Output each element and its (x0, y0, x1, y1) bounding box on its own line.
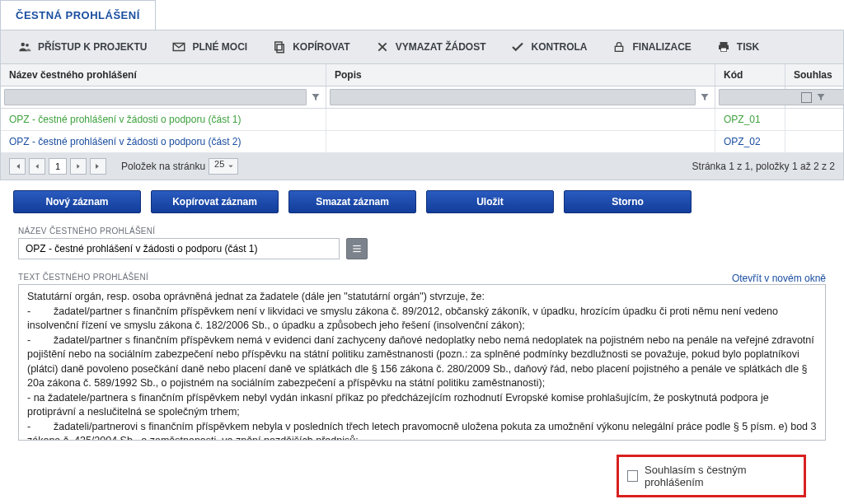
col-header-name[interactable]: Název čestného prohlášení (1, 64, 326, 86)
table-row[interactable]: OPZ - čestné prohlášení v žádosti o podp… (1, 131, 843, 153)
filter-souhlas-checkbox[interactable] (801, 92, 812, 103)
tab-title: ČESTNÁ PROHLÁŠENÍ (0, 0, 156, 30)
cell-popis (326, 109, 715, 130)
toolbar-copy[interactable]: KOPÍROVAT (260, 35, 362, 59)
mail-icon (171, 40, 186, 54)
agree-label: Souhlasím s čestným prohlášením (645, 464, 795, 488)
agree-checkbox[interactable] (627, 470, 638, 482)
delete-record-button[interactable]: Smazat záznam (288, 190, 416, 213)
lock-icon (612, 40, 626, 54)
svg-rect-7 (353, 248, 360, 249)
svg-rect-8 (353, 251, 360, 252)
toolbar-delete-request[interactable]: VYMAZAT ŽÁDOST (363, 35, 498, 59)
declaration-text-area[interactable] (18, 284, 826, 441)
toolbar-label: PŘÍSTUP K PROJEKTU (38, 41, 147, 53)
toolbar-project-access[interactable]: PŘÍSTUP K PROJEKTU (6, 35, 158, 59)
filter-popis-input[interactable] (330, 89, 696, 105)
cell-popis (326, 131, 715, 152)
pager-first-button[interactable] (9, 158, 26, 175)
filter-icon[interactable] (814, 91, 828, 104)
svg-rect-5 (721, 49, 726, 52)
cell-name: OPZ - čestné prohlášení v žádosti o podp… (1, 109, 326, 130)
toolbar-finalize[interactable]: FINALIZACE (600, 35, 702, 59)
list-picker-button[interactable] (346, 238, 368, 259)
toolbar-label: VYMAZAT ŽÁDOST (396, 41, 486, 53)
cell-kod: OPZ_01 (715, 109, 785, 130)
pager-last-button[interactable] (90, 158, 106, 175)
copy-icon (272, 40, 287, 54)
x-icon (375, 40, 390, 54)
svg-point-0 (21, 43, 26, 47)
filter-icon[interactable] (698, 91, 711, 104)
cell-souhlas (785, 109, 843, 130)
toolbar-check[interactable]: KONTROLA (499, 35, 598, 59)
agree-checkbox-container[interactable]: Souhlasím s čestným prohlášením (617, 455, 806, 497)
cell-kod: OPZ_02 (715, 131, 785, 152)
action-bar: Nový záznam Kopírovat záznam Smazat zázn… (0, 180, 844, 218)
toolbar-label: TISK (737, 41, 759, 53)
form-section: NÁZEV ČESTNÉHO PROHLÁŠENÍ TEXT ČESTNÉHO … (0, 218, 844, 504)
svg-rect-4 (616, 46, 623, 51)
grid-header: Název čestného prohlášení Popis Kód Souh… (1, 64, 843, 86)
name-field-label: NÁZEV ČESTNÉHO PROHLÁŠENÍ (18, 226, 826, 236)
pager-summary: Stránka 1 z 1, položky 1 až 2 z 2 (692, 161, 835, 172)
toolbar-powers[interactable]: PLNÉ MOCI (160, 35, 259, 59)
print-icon (716, 40, 731, 54)
cancel-button[interactable]: Storno (564, 190, 692, 213)
copy-record-button[interactable]: Kopírovat záznam (151, 190, 279, 213)
pager-prev-button[interactable] (29, 158, 45, 175)
svg-rect-2 (277, 44, 284, 53)
cell-souhlas (785, 131, 843, 152)
toolbar-label: KOPÍROVAT (293, 41, 350, 53)
svg-rect-3 (275, 42, 282, 50)
text-field-label: TEXT ČESTNÉHO PROHLÁŠENÍ (18, 273, 148, 282)
toolbar-print[interactable]: TISK (705, 35, 771, 59)
col-header-souhlas[interactable]: Souhlas (785, 64, 843, 86)
pager-items-value: 25 (214, 159, 224, 169)
pager-items-select[interactable]: 25 (209, 158, 238, 175)
grid-filter-row (1, 86, 843, 109)
pager-next-button[interactable] (70, 158, 87, 175)
save-button[interactable]: Uložit (426, 190, 554, 213)
people-icon (17, 40, 32, 54)
svg-rect-6 (353, 245, 360, 246)
pager-items-label: Položek na stránku (121, 161, 205, 172)
toolbar: PŘÍSTUP K PROJEKTU PLNÉ MOCI KOPÍROVAT V… (0, 30, 844, 64)
toolbar-label: PLNÉ MOCI (192, 41, 247, 53)
check-icon (510, 40, 525, 54)
declaration-name-input[interactable] (18, 238, 340, 259)
cell-name: OPZ - čestné prohlášení v žádosti o podp… (1, 131, 326, 152)
col-header-kod[interactable]: Kód (715, 64, 785, 86)
filter-name-input[interactable] (4, 89, 307, 105)
new-record-button[interactable]: Nový záznam (13, 190, 141, 213)
pager: Položek na stránku 25 Stránka 1 z 1, pol… (1, 153, 843, 180)
pager-page-input[interactable] (49, 158, 67, 175)
svg-point-1 (26, 44, 29, 47)
open-new-window-link[interactable]: Otevřít v novém okně (732, 273, 826, 284)
col-header-popis[interactable]: Popis (326, 64, 715, 86)
filter-icon[interactable] (309, 91, 322, 104)
toolbar-label: FINALIZACE (632, 41, 691, 53)
chevron-down-icon (227, 161, 234, 171)
toolbar-label: KONTROLA (531, 41, 587, 53)
declarations-grid: Název čestného prohlášení Popis Kód Souh… (0, 64, 844, 180)
table-row[interactable]: OPZ - čestné prohlášení v žádosti o podp… (1, 109, 843, 131)
